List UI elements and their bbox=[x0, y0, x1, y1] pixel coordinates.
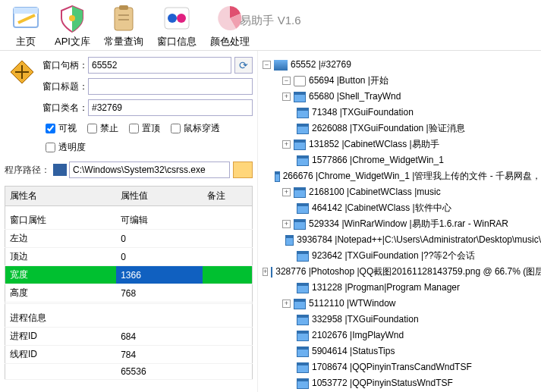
tree-node[interactable]: 1708674 |QQPinyinTransCandWndTSF bbox=[263, 359, 541, 375]
check-forbid[interactable]: 禁止 bbox=[87, 122, 118, 135]
tree-node[interactable]: 5904614 |StatusTips bbox=[263, 343, 541, 359]
svg-point-8 bbox=[168, 14, 177, 23]
crosshair-icon[interactable] bbox=[9, 59, 35, 87]
window-icon bbox=[294, 76, 306, 86]
svg-point-9 bbox=[177, 14, 186, 23]
refresh-button[interactable]: ⟳ bbox=[234, 57, 253, 74]
window-icon bbox=[297, 203, 309, 214]
check-topmost[interactable]: 置顶 bbox=[129, 122, 160, 135]
window-icon bbox=[294, 187, 306, 198]
expander-icon[interactable]: + bbox=[282, 188, 291, 196]
tree-node[interactable]: 71348 |TXGuiFoundation bbox=[263, 105, 541, 121]
tree-node[interactable]: 464142 |CabinetWClass |软件中心 bbox=[263, 200, 541, 216]
expander-icon[interactable]: + bbox=[282, 140, 291, 149]
toolbar-home[interactable]: 主页 bbox=[11, 3, 41, 49]
flickr-icon bbox=[162, 3, 192, 33]
tree-node[interactable]: 923642 |TXGuiFoundation |??等2个会话 bbox=[263, 248, 541, 264]
tree-root[interactable]: − 65552 |#32769 bbox=[263, 57, 541, 73]
monitor-icon bbox=[53, 164, 67, 176]
window-icon bbox=[297, 331, 309, 341]
table-row[interactable]: 进程信息 bbox=[5, 304, 253, 328]
title-input[interactable] bbox=[88, 78, 253, 95]
table-row[interactable]: 左边0 bbox=[5, 230, 253, 248]
tree-node[interactable]: 3936784 |Notepad++|C:\Users\Administrato… bbox=[263, 232, 541, 248]
window-icon bbox=[294, 92, 306, 102]
window-icon bbox=[275, 171, 279, 182]
class-input[interactable] bbox=[88, 99, 253, 116]
expander-icon[interactable]: + bbox=[282, 220, 291, 228]
table-row[interactable]: 65536 bbox=[5, 364, 253, 380]
tree-node[interactable]: 2626088 |TXGuiFoundation |验证消息 bbox=[263, 121, 541, 136]
col-value[interactable]: 属性值 bbox=[116, 187, 203, 206]
browse-button[interactable] bbox=[233, 162, 253, 178]
toolbar-const[interactable]: 常量查询 bbox=[104, 3, 143, 49]
expander-icon[interactable]: + bbox=[282, 299, 291, 308]
window-icon bbox=[297, 108, 309, 118]
table-row[interactable]: 进程ID684 bbox=[5, 328, 253, 346]
check-mousepass[interactable]: 鼠标穿透 bbox=[171, 122, 220, 135]
window-icon bbox=[297, 124, 309, 134]
check-visible[interactable]: 可视 bbox=[46, 122, 77, 135]
window-icon bbox=[271, 267, 272, 278]
table-row[interactable]: 宽度1366 bbox=[5, 266, 253, 284]
table-row[interactable]: 窗口属性可编辑 bbox=[5, 206, 253, 230]
expander-icon[interactable]: + bbox=[263, 268, 268, 276]
tree-node[interactable]: +131852 |CabinetWClass |易助手 bbox=[263, 136, 541, 152]
toolbar-window[interactable]: 窗口信息 bbox=[157, 3, 197, 49]
home-icon bbox=[11, 3, 41, 33]
tree-panel: − 65552 |#32769 −65694 |Button |开始+65680… bbox=[258, 51, 541, 392]
tree-node[interactable]: +65680 |Shell_TrayWnd bbox=[263, 89, 541, 105]
shield-icon bbox=[57, 3, 87, 33]
col-name[interactable]: 属性名 bbox=[5, 187, 117, 206]
toolbar-api[interactable]: API文库 bbox=[55, 3, 90, 49]
left-panel: 窗口句柄： ⟳ 窗口标题： 窗口类名： 可视 禁止 置顶 鼠标穿透 透明度 程序… bbox=[0, 51, 258, 392]
tree-node[interactable]: −65694 |Button |开始 bbox=[263, 73, 541, 89]
svg-rect-4 bbox=[119, 5, 128, 10]
check-transparent[interactable]: 透明度 bbox=[46, 141, 86, 154]
expander-icon[interactable]: − bbox=[282, 77, 291, 85]
window-icon bbox=[297, 378, 309, 389]
svg-point-2 bbox=[69, 15, 75, 21]
app-title: 易助手 V1.6 bbox=[240, 14, 300, 28]
clipboard-icon bbox=[109, 3, 139, 33]
window-icon bbox=[294, 140, 306, 150]
collapse-icon[interactable]: − bbox=[263, 61, 271, 69]
tree-node[interactable]: +5112110 |WTWindow bbox=[263, 296, 541, 312]
window-icon bbox=[294, 299, 306, 309]
tree-node[interactable]: +2168100 |CabinetWClass |music bbox=[263, 184, 541, 200]
class-label: 窗口类名： bbox=[35, 102, 88, 114]
handle-input[interactable] bbox=[88, 57, 231, 74]
window-icon bbox=[297, 283, 309, 293]
title-label: 窗口标题： bbox=[35, 80, 88, 93]
window-icon bbox=[297, 155, 309, 166]
svg-rect-1 bbox=[14, 8, 38, 14]
svg-rect-3 bbox=[115, 8, 133, 30]
tree-node[interactable]: 332958 |TXGuiFoundation bbox=[263, 312, 541, 328]
property-table: 属性名 属性值 备注 窗口属性可编辑左边0顶边0宽度1366高度768进程信息进… bbox=[5, 186, 253, 380]
table-row[interactable]: 高度768 bbox=[5, 284, 253, 303]
tree-node[interactable]: 1577866 |Chrome_WidgetWin_1 bbox=[263, 152, 541, 168]
table-row[interactable]: 顶边0 bbox=[5, 248, 253, 266]
path-input[interactable] bbox=[69, 162, 230, 178]
tree-node[interactable]: +328776 |Photoshop |QQ截图20161128143759.p… bbox=[263, 264, 541, 280]
window-icon bbox=[297, 251, 309, 262]
table-row[interactable]: 线程ID784 bbox=[5, 346, 253, 364]
tree-node[interactable]: +529334 |WinRarWindow |易助手1.6.rar - WinR… bbox=[263, 216, 541, 232]
expander-icon[interactable]: + bbox=[282, 93, 291, 101]
tree-node[interactable]: 131228 |Progman|Program Manager bbox=[263, 280, 541, 296]
tree-node[interactable]: 2102676 |ImgPlayWnd bbox=[263, 328, 541, 343]
path-label: 程序路径： bbox=[5, 164, 50, 177]
window-icon bbox=[285, 235, 294, 246]
tree-node[interactable]: 1053772 |QQPinyinStatusWndTSF bbox=[263, 375, 541, 391]
window-icon bbox=[297, 315, 309, 325]
desktop-icon bbox=[274, 60, 288, 71]
handle-label: 窗口句柄： bbox=[35, 59, 88, 72]
window-icon bbox=[297, 347, 309, 357]
window-icon bbox=[294, 219, 306, 230]
tree-node[interactable]: 266676 |Chrome_WidgetWin_1 |管理我上传的文件 - 千… bbox=[263, 168, 541, 184]
col-note[interactable]: 备注 bbox=[203, 187, 252, 206]
window-icon bbox=[297, 362, 309, 373]
